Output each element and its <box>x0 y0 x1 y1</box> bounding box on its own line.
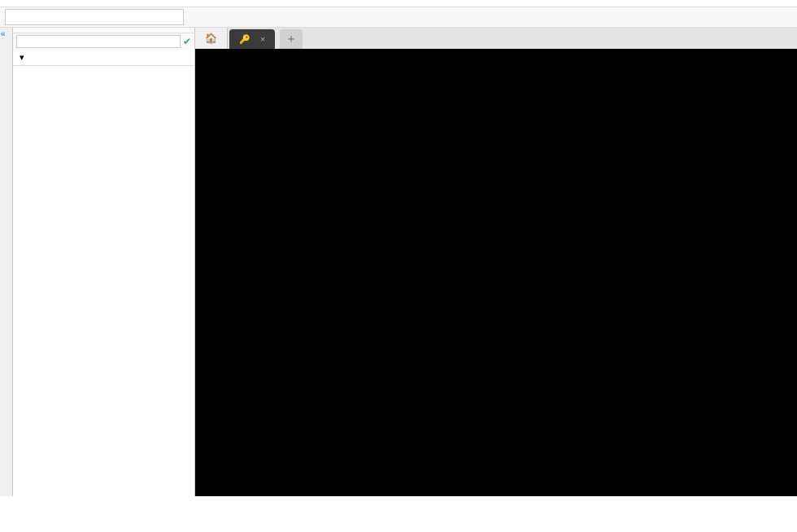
quick-connect-bar <box>0 7 797 28</box>
main-toolbar <box>0 0 797 7</box>
path-ok-icon[interactable]: ✔ <box>183 36 191 47</box>
terminal[interactable] <box>195 49 797 496</box>
path-input[interactable] <box>16 35 181 48</box>
file-tree <box>13 66 194 496</box>
side-tab-strip: « <box>0 28 13 496</box>
terminal-area: 🏠 🔑 × ＋ <box>195 28 797 496</box>
tab-bar: 🏠 🔑 × ＋ <box>195 28 797 49</box>
quick-connect-input[interactable] <box>5 9 184 25</box>
sftp-panel: ✔ ▾ <box>13 28 195 496</box>
collapse-icon[interactable]: « <box>1 29 6 38</box>
tab-session[interactable]: 🔑 × <box>229 29 275 49</box>
sftp-toolbar <box>13 28 194 33</box>
tab-new[interactable]: ＋ <box>280 29 303 49</box>
tree-header-name: ▾ <box>13 50 194 66</box>
tab-home[interactable]: 🏠 <box>195 28 228 49</box>
tab-key-icon: 🔑 <box>239 34 250 45</box>
tab-close-icon[interactable]: × <box>260 34 265 44</box>
